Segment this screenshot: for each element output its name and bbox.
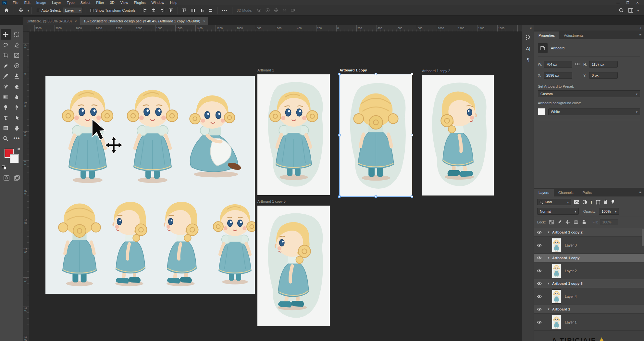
align-top-edges-icon[interactable] [169, 8, 173, 13]
3d-roll-icon[interactable] [265, 8, 270, 13]
menu-item[interactable]: Type [64, 0, 78, 5]
quick-mask-icon[interactable] [4, 175, 9, 182]
lock-image-pixels-icon[interactable] [557, 220, 562, 224]
align-left-edges-icon[interactable] [142, 8, 147, 13]
move-tool[interactable] [1, 29, 11, 40]
artboard-label-selected[interactable]: Artboard 1 copy [340, 68, 367, 72]
layer-row[interactable]: ▼ Layer 2 [534, 262, 644, 279]
menu-item[interactable]: File [10, 0, 21, 5]
group-chevron-icon[interactable]: ▼ [545, 308, 552, 311]
artboard-bg-dropdown[interactable]: White [548, 108, 640, 115]
background-color-swatch[interactable] [10, 154, 19, 163]
layer-row[interactable]: ▼ Artboard 1 [534, 305, 644, 314]
character-sheet-image[interactable] [45, 76, 255, 294]
menu-item[interactable]: Select [78, 0, 93, 5]
fill-value-field[interactable]: 100% [600, 219, 618, 225]
filter-adjustment-layers-icon[interactable] [582, 200, 587, 205]
menu-item[interactable]: Plugins [131, 0, 148, 5]
group-chevron-icon[interactable]: ▼ [545, 282, 552, 285]
panel-menu-icon[interactable]: ≡ [639, 190, 641, 194]
opacity-dropdown[interactable]: 100% [599, 208, 619, 215]
layer-name[interactable]: Artboard 1 copy [552, 256, 579, 260]
layer-thumbnail[interactable] [552, 264, 561, 278]
auto-select-checkbox[interactable] [37, 9, 40, 12]
blend-mode-dropdown[interactable]: Normal [537, 208, 579, 215]
y-field[interactable]: 0 px [589, 72, 618, 79]
rectangle-tool[interactable] [1, 123, 11, 133]
x-field[interactable]: 2896 px [544, 72, 572, 79]
path-selection-tool[interactable] [12, 112, 22, 123]
character-panel-icon[interactable]: A| [522, 43, 534, 54]
document-tab[interactable]: 16- Consistent Character design.psd @ 40… [80, 17, 209, 25]
layer-name[interactable]: Layer 2 [565, 269, 577, 273]
dodge-tool[interactable] [1, 102, 11, 112]
preset-dropdown[interactable]: Custom [538, 90, 640, 97]
artboard-bg-swatch[interactable] [538, 108, 545, 115]
filter-type-layers-icon[interactable]: T [590, 200, 593, 205]
artboard-1-copy-5[interactable] [257, 206, 330, 326]
visibility-eye-icon[interactable] [534, 305, 545, 313]
brush-tool[interactable] [1, 71, 11, 81]
home-icon[interactable] [0, 8, 11, 13]
layer-thumbnail[interactable] [552, 238, 561, 252]
move-options-chevron-icon[interactable] [26, 8, 29, 12]
visibility-eye-icon[interactable] [534, 288, 545, 305]
artboard-label[interactable]: Artboard 1 copy 5 [257, 199, 286, 203]
object-selection-tool[interactable] [12, 40, 22, 50]
align-right-edges-icon[interactable] [160, 8, 165, 13]
search-icon[interactable] [619, 8, 624, 13]
layer-row[interactable]: ▼ Artboard 1 copy 5 [534, 279, 644, 288]
layer-name[interactable]: Artboard 1 [552, 307, 570, 311]
auto-select-dropdown[interactable]: Layer [63, 7, 83, 13]
pasteboard[interactable]: Artboard 1 Artboard 1 copy Artboard 1 co… [29, 32, 522, 341]
menu-item[interactable]: Help [167, 0, 180, 5]
tab-layers[interactable]: Layers [534, 189, 554, 196]
menu-item[interactable]: Layer [49, 0, 64, 5]
visibility-eye-icon[interactable] [534, 254, 545, 262]
layer-filter-dropdown[interactable]: Kind [537, 199, 571, 205]
distribute-bottom-edges-icon[interactable] [200, 8, 204, 13]
clone-stamp-tool[interactable] [12, 71, 22, 81]
artboard-label[interactable]: Artboard 1 copy 2 [422, 69, 450, 73]
artboard-label[interactable]: Artboard 1 [257, 68, 274, 72]
menu-item[interactable]: Edit [21, 0, 33, 5]
layer-row[interactable]: ▼ Layer 3 [534, 237, 644, 254]
layer-name[interactable]: Artboard 1 copy 2 [552, 230, 583, 234]
restore-icon[interactable]: ❐ [626, 1, 630, 5]
layer-row[interactable]: ▼ Artboard 1 copy [534, 254, 644, 262]
lock-artboard-nesting-icon[interactable] [574, 220, 578, 224]
height-field[interactable]: 1137 px [589, 61, 618, 68]
tab-properties[interactable]: Properties [534, 32, 559, 39]
filter-shape-layers-icon[interactable] [596, 200, 601, 205]
type-tool[interactable] [1, 112, 11, 123]
layer-row[interactable]: ▼ Layer 1 [534, 314, 644, 331]
tab-paths[interactable]: Paths [578, 189, 596, 196]
distribute-top-edges-icon[interactable] [182, 8, 187, 13]
lock-all-icon[interactable] [582, 220, 586, 224]
tab-adjustments[interactable]: Adjustments [559, 32, 588, 39]
filter-smart-objects-icon[interactable] [603, 200, 608, 205]
eyedropper-tool[interactable] [1, 60, 11, 71]
visibility-eye-icon[interactable] [534, 279, 545, 288]
panel-menu-icon[interactable]: ≡ [639, 33, 641, 37]
artboard-1-copy[interactable] [340, 74, 412, 196]
menu-item[interactable]: Filter [93, 0, 107, 5]
default-colors-icon[interactable] [2, 165, 6, 170]
menu-item[interactable]: View [118, 0, 131, 5]
screen-mode-icon[interactable] [14, 175, 20, 182]
filter-toggle-pin-icon[interactable] [611, 200, 615, 205]
crop-tool[interactable] [1, 50, 11, 60]
distribute-horizontal-centers-icon[interactable] [208, 8, 213, 13]
expand-panels-icon[interactable]: « [522, 25, 534, 32]
artboard-1[interactable] [257, 74, 330, 195]
tab-close-icon[interactable]: × [75, 19, 77, 23]
rectangular-marquee-tool[interactable] [12, 29, 22, 40]
eraser-tool[interactable] [12, 81, 22, 92]
gradient-tool[interactable] [1, 92, 11, 102]
frame-tool[interactable] [12, 50, 22, 60]
3d-slide-icon[interactable] [282, 8, 287, 13]
menu-item[interactable]: Window [149, 0, 167, 5]
layer-row[interactable]: ▼ Layer 4 [534, 288, 644, 305]
lock-position-icon[interactable] [565, 220, 570, 224]
layer-row[interactable]: ▼ Artboard 1 copy 2 [534, 228, 644, 237]
